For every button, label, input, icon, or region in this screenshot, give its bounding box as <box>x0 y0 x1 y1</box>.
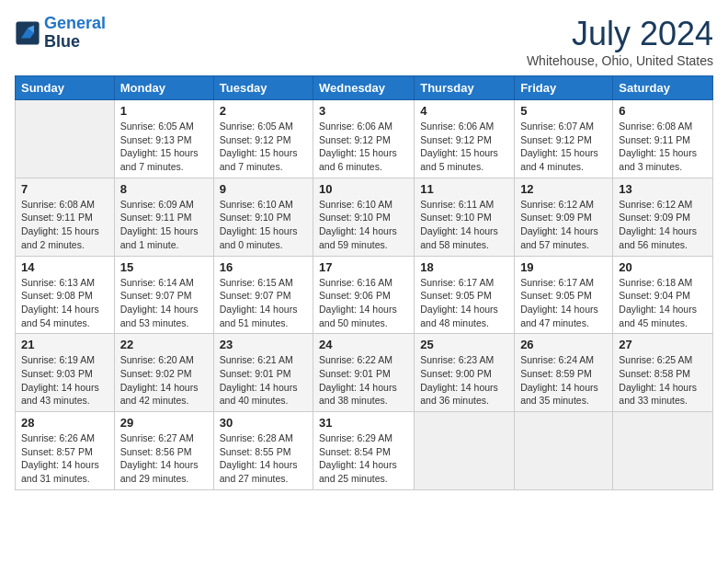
day-info: Sunrise: 6:24 AMSunset: 8:59 PMDaylight:… <box>520 353 607 408</box>
calendar-cell: 24Sunrise: 6:22 AMSunset: 9:01 PMDayligh… <box>313 334 415 412</box>
day-number: 26 <box>520 338 607 351</box>
day-number: 9 <box>220 182 307 196</box>
calendar-cell: 8Sunrise: 6:09 AMSunset: 9:11 PMDaylight… <box>114 178 213 256</box>
day-info: Sunrise: 6:12 AMSunset: 9:09 PMDaylight:… <box>619 198 707 252</box>
day-number: 20 <box>619 260 707 274</box>
weekday-header: Friday <box>515 76 613 100</box>
day-info: Sunrise: 6:11 AMSunset: 9:10 PMDaylight:… <box>420 198 508 252</box>
logo-text: General Blue <box>44 15 106 52</box>
day-number: 23 <box>220 338 307 351</box>
day-number: 3 <box>319 104 408 118</box>
calendar-cell: 30Sunrise: 6:28 AMSunset: 8:55 PMDayligh… <box>213 412 313 490</box>
calendar-cell: 9Sunrise: 6:10 AMSunset: 9:10 PMDaylight… <box>213 178 313 256</box>
calendar-cell: 26Sunrise: 6:24 AMSunset: 8:59 PMDayligh… <box>515 334 613 412</box>
day-number: 24 <box>319 338 408 351</box>
calendar-cell: 19Sunrise: 6:17 AMSunset: 9:05 PMDayligh… <box>515 256 613 334</box>
day-info: Sunrise: 6:19 AMSunset: 9:03 PMDaylight:… <box>21 353 108 408</box>
calendar-cell: 7Sunrise: 6:08 AMSunset: 9:11 PMDaylight… <box>16 178 115 256</box>
day-number: 2 <box>220 104 307 118</box>
day-info: Sunrise: 6:14 AMSunset: 9:07 PMDaylight:… <box>120 276 208 330</box>
calendar-cell: 3Sunrise: 6:06 AMSunset: 9:12 PMDaylight… <box>313 100 415 178</box>
day-info: Sunrise: 6:06 AMSunset: 9:12 PMDaylight:… <box>420 120 508 174</box>
calendar-cell <box>16 100 115 178</box>
day-info: Sunrise: 6:09 AMSunset: 9:11 PMDaylight:… <box>120 198 208 252</box>
calendar-cell: 28Sunrise: 6:26 AMSunset: 8:57 PMDayligh… <box>16 412 115 490</box>
day-number: 1 <box>120 104 208 118</box>
weekday-header: Wednesday <box>313 76 415 100</box>
location: Whitehouse, Ohio, United States <box>527 53 713 68</box>
day-number: 25 <box>420 338 508 351</box>
day-number: 16 <box>220 260 307 274</box>
day-number: 29 <box>120 416 208 430</box>
calendar-cell: 13Sunrise: 6:12 AMSunset: 9:09 PMDayligh… <box>613 178 713 256</box>
day-info: Sunrise: 6:05 AMSunset: 9:12 PMDaylight:… <box>220 120 307 174</box>
day-number: 28 <box>21 416 108 430</box>
calendar-cell: 31Sunrise: 6:29 AMSunset: 8:54 PMDayligh… <box>313 412 415 490</box>
day-info: Sunrise: 6:25 AMSunset: 8:58 PMDaylight:… <box>619 353 707 408</box>
calendar-week: 14Sunrise: 6:13 AMSunset: 9:08 PMDayligh… <box>16 256 713 334</box>
day-number: 13 <box>619 182 707 196</box>
calendar-cell: 22Sunrise: 6:20 AMSunset: 9:02 PMDayligh… <box>114 334 213 412</box>
calendar-cell: 11Sunrise: 6:11 AMSunset: 9:10 PMDayligh… <box>415 178 515 256</box>
day-info: Sunrise: 6:27 AMSunset: 8:56 PMDaylight:… <box>120 431 208 486</box>
calendar-cell: 16Sunrise: 6:15 AMSunset: 9:07 PMDayligh… <box>213 256 313 334</box>
day-info: Sunrise: 6:17 AMSunset: 9:05 PMDaylight:… <box>420 276 508 330</box>
page-header: General Blue July 2024 Whitehouse, Ohio,… <box>15 15 713 68</box>
calendar-cell: 23Sunrise: 6:21 AMSunset: 9:01 PMDayligh… <box>213 334 313 412</box>
day-info: Sunrise: 6:15 AMSunset: 9:07 PMDaylight:… <box>220 276 307 330</box>
calendar-body: 1Sunrise: 6:05 AMSunset: 9:13 PMDaylight… <box>16 100 713 490</box>
calendar-week: 21Sunrise: 6:19 AMSunset: 9:03 PMDayligh… <box>16 334 713 412</box>
day-info: Sunrise: 6:23 AMSunset: 9:00 PMDaylight:… <box>420 353 508 408</box>
calendar-table: SundayMondayTuesdayWednesdayThursdayFrid… <box>15 75 713 490</box>
day-info: Sunrise: 6:08 AMSunset: 9:11 PMDaylight:… <box>21 198 108 252</box>
day-info: Sunrise: 6:12 AMSunset: 9:09 PMDaylight:… <box>520 198 607 252</box>
day-number: 17 <box>319 260 408 274</box>
calendar-cell: 21Sunrise: 6:19 AMSunset: 9:03 PMDayligh… <box>16 334 115 412</box>
day-number: 22 <box>120 338 208 351</box>
month-title: July 2024 <box>527 15 713 53</box>
calendar-cell: 17Sunrise: 6:16 AMSunset: 9:06 PMDayligh… <box>313 256 415 334</box>
day-number: 7 <box>21 182 108 196</box>
day-info: Sunrise: 6:16 AMSunset: 9:06 PMDaylight:… <box>319 276 408 330</box>
day-number: 27 <box>619 338 707 351</box>
weekday-header: Thursday <box>415 76 515 100</box>
weekday-header: Tuesday <box>213 76 313 100</box>
day-info: Sunrise: 6:05 AMSunset: 9:13 PMDaylight:… <box>120 120 208 174</box>
calendar-cell: 12Sunrise: 6:12 AMSunset: 9:09 PMDayligh… <box>515 178 613 256</box>
calendar-cell: 25Sunrise: 6:23 AMSunset: 9:00 PMDayligh… <box>415 334 515 412</box>
calendar-cell: 27Sunrise: 6:25 AMSunset: 8:58 PMDayligh… <box>613 334 713 412</box>
day-info: Sunrise: 6:07 AMSunset: 9:12 PMDaylight:… <box>520 120 607 174</box>
calendar-cell <box>515 412 613 490</box>
day-info: Sunrise: 6:26 AMSunset: 8:57 PMDaylight:… <box>21 431 108 486</box>
day-number: 8 <box>120 182 208 196</box>
calendar-cell: 5Sunrise: 6:07 AMSunset: 9:12 PMDaylight… <box>515 100 613 178</box>
calendar-week: 1Sunrise: 6:05 AMSunset: 9:13 PMDaylight… <box>16 100 713 178</box>
day-number: 4 <box>420 104 508 118</box>
calendar-cell <box>613 412 713 490</box>
calendar-week: 7Sunrise: 6:08 AMSunset: 9:11 PMDaylight… <box>16 178 713 256</box>
day-info: Sunrise: 6:08 AMSunset: 9:11 PMDaylight:… <box>619 120 707 174</box>
title-block: July 2024 Whitehouse, Ohio, United State… <box>527 15 713 68</box>
weekday-header: Saturday <box>613 76 713 100</box>
day-info: Sunrise: 6:29 AMSunset: 8:54 PMDaylight:… <box>319 431 408 486</box>
day-info: Sunrise: 6:06 AMSunset: 9:12 PMDaylight:… <box>319 120 408 174</box>
day-number: 10 <box>319 182 408 196</box>
calendar-cell: 6Sunrise: 6:08 AMSunset: 9:11 PMDaylight… <box>613 100 713 178</box>
weekday-header: Monday <box>114 76 213 100</box>
day-number: 6 <box>619 104 707 118</box>
calendar-cell: 4Sunrise: 6:06 AMSunset: 9:12 PMDaylight… <box>415 100 515 178</box>
day-number: 15 <box>120 260 208 274</box>
day-number: 31 <box>319 416 408 430</box>
day-info: Sunrise: 6:10 AMSunset: 9:10 PMDaylight:… <box>220 198 307 252</box>
day-number: 12 <box>520 182 607 196</box>
calendar-cell <box>415 412 515 490</box>
calendar-cell: 1Sunrise: 6:05 AMSunset: 9:13 PMDaylight… <box>114 100 213 178</box>
calendar-cell: 14Sunrise: 6:13 AMSunset: 9:08 PMDayligh… <box>16 256 115 334</box>
day-number: 21 <box>21 338 108 351</box>
day-number: 18 <box>420 260 508 274</box>
day-info: Sunrise: 6:20 AMSunset: 9:02 PMDaylight:… <box>120 353 208 408</box>
weekday-header: Sunday <box>16 76 115 100</box>
day-info: Sunrise: 6:10 AMSunset: 9:10 PMDaylight:… <box>319 198 408 252</box>
calendar-week: 28Sunrise: 6:26 AMSunset: 8:57 PMDayligh… <box>16 412 713 490</box>
day-info: Sunrise: 6:17 AMSunset: 9:05 PMDaylight:… <box>520 276 607 330</box>
